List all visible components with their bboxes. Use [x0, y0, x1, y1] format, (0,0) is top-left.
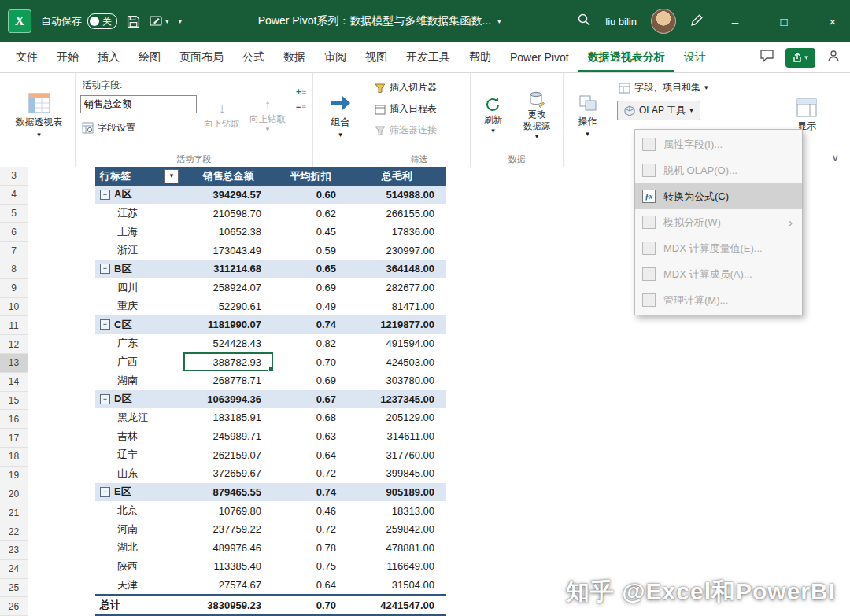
row-header-20[interactable]: 20: [0, 485, 28, 504]
pivot-row-label[interactable]: 河南: [95, 520, 183, 539]
pivot-row-label[interactable]: 江苏: [95, 204, 183, 223]
row-header-11[interactable]: 11: [0, 316, 28, 335]
pivot-cell[interactable]: 0.78: [273, 539, 348, 558]
autosave-toggle[interactable]: 自动保存 关: [41, 13, 117, 29]
row-header-15[interactable]: 15: [0, 392, 28, 411]
insert-timeline-button[interactable]: 插入日程表: [373, 100, 438, 118]
pivot-cell[interactable]: 0.72: [273, 464, 348, 483]
row-header-18[interactable]: 18: [0, 448, 28, 467]
tab-页面布局[interactable]: 页面布局: [170, 42, 233, 72]
row-header-14[interactable]: 14: [0, 373, 28, 392]
tab-审阅[interactable]: 审阅: [315, 42, 356, 72]
expand-field-button[interactable]: + ≡: [294, 85, 307, 98]
pivot-cell[interactable]: 0.69: [273, 371, 348, 390]
pivot-cell[interactable]: 183185.91: [183, 408, 273, 427]
pivot-cell[interactable]: 205129.00: [348, 408, 446, 427]
pivot-row-label[interactable]: 上海: [95, 223, 183, 242]
pivot-cell[interactable]: 0.65: [273, 260, 348, 278]
pivot-cell[interactable]: 399845.00: [348, 464, 446, 483]
row-header-21[interactable]: 21: [0, 503, 28, 522]
pivot-cell[interactable]: 491594.00: [348, 334, 446, 353]
pivot-row-label[interactable]: −E区: [95, 483, 183, 502]
pivot-row-label[interactable]: 吉林: [95, 427, 183, 446]
row-header-13[interactable]: 13: [0, 354, 28, 373]
row-header-8[interactable]: 8: [0, 260, 28, 279]
tab-开发工具[interactable]: 开发工具: [397, 42, 460, 72]
pivot-cell[interactable]: 0.64: [273, 445, 348, 464]
active-field-input[interactable]: [80, 95, 197, 113]
row-header-19[interactable]: 19: [0, 467, 28, 485]
pivot-cell[interactable]: 0.46: [273, 501, 348, 520]
pivot-cell[interactable]: 0.64: [273, 576, 348, 595]
tab-Power Pivot[interactable]: Power Pivot: [501, 42, 578, 72]
pivot-cell[interactable]: 210598.70: [183, 204, 273, 223]
pivot-cell[interactable]: 317760.00: [348, 445, 446, 464]
pivot-row-label[interactable]: −A区: [95, 186, 183, 205]
pivot-cell[interactable]: 311214.68: [183, 260, 273, 278]
comments-icon[interactable]: [759, 49, 774, 66]
pivot-cell[interactable]: 1063994.36: [183, 390, 273, 409]
pivot-cell[interactable]: 0.59: [273, 242, 348, 260]
tab-绘图[interactable]: 绘图: [129, 42, 170, 72]
pivot-cell[interactable]: 3830959.23: [183, 596, 273, 614]
pivottable-button[interactable]: 数据透视表 ▾: [8, 77, 70, 153]
row-header-16[interactable]: 16: [0, 410, 28, 429]
collapse-ribbon-icon[interactable]: ∨: [831, 152, 839, 164]
row-header-7[interactable]: 7: [0, 242, 28, 260]
pivot-cell[interactable]: 0.69: [273, 278, 348, 297]
row-header-4[interactable]: 4: [0, 186, 28, 205]
pivot-cell[interactable]: 905189.00: [348, 483, 446, 502]
row-header-23[interactable]: 23: [0, 541, 28, 560]
pivot-row-label[interactable]: 总计: [95, 596, 183, 614]
pivot-row-label[interactable]: 湖北: [95, 539, 183, 558]
refresh-button[interactable]: 刷新 ▾: [475, 77, 511, 153]
row-header-17[interactable]: 17: [0, 429, 28, 448]
row-header-26[interactable]: 26: [0, 597, 28, 616]
pivot-cell[interactable]: 0.74: [273, 315, 348, 334]
pivot-cell[interactable]: 262159.07: [183, 445, 273, 464]
row-header-5[interactable]: 5: [0, 205, 28, 223]
pivot-row-label[interactable]: 北京: [95, 501, 183, 520]
pivot-cell[interactable]: 424503.00: [348, 352, 446, 371]
row-header-24[interactable]: 24: [0, 560, 28, 579]
ink-pen-icon[interactable]: [690, 13, 704, 30]
pivot-row-label[interactable]: −B区: [95, 260, 183, 278]
pivot-cell[interactable]: 0.70: [273, 596, 348, 614]
row-header-22[interactable]: 22: [0, 522, 28, 541]
tab-公式[interactable]: 公式: [233, 42, 274, 72]
pivot-cell[interactable]: 1181990.07: [183, 315, 273, 334]
collapse-outline-button[interactable]: −: [100, 319, 110, 330]
pivot-cell[interactable]: 1219877.00: [348, 315, 446, 334]
pivot-row-label[interactable]: 重庆: [95, 297, 183, 315]
row-header-3[interactable]: 3: [0, 167, 28, 186]
close-button[interactable]: ×: [815, 0, 850, 42]
row-header-10[interactable]: 10: [0, 298, 28, 317]
pivot-cell[interactable]: 0.72: [273, 520, 348, 539]
maximize-button[interactable]: □: [767, 0, 801, 42]
pivot-cell[interactable]: 0.70: [273, 352, 348, 371]
pivot-cell[interactable]: 81471.00: [348, 297, 446, 315]
insert-slicer-button[interactable]: 插入切片器: [373, 79, 438, 97]
pivot-cell[interactable]: 879465.55: [183, 483, 273, 502]
pivot-row-label[interactable]: 广西: [95, 352, 183, 371]
pivot-row-label[interactable]: 陕西: [95, 557, 183, 576]
tab-数据透视表分析[interactable]: 数据透视表分析: [578, 42, 674, 72]
row-header-12[interactable]: 12: [0, 335, 28, 354]
pivot-cell[interactable]: 524428.43: [183, 334, 273, 353]
pivot-cell[interactable]: 4241547.00: [348, 596, 446, 614]
tab-设计[interactable]: 设计: [674, 42, 715, 72]
collapse-field-button[interactable]: − ≡: [294, 101, 307, 113]
pivot-cell[interactable]: 0.68: [273, 408, 348, 427]
pivot-cell[interactable]: 364148.00: [348, 260, 446, 278]
group-button[interactable]: 组合 ▾: [318, 77, 363, 153]
row-header-6[interactable]: 6: [0, 223, 28, 242]
tab-视图[interactable]: 视图: [356, 42, 397, 72]
share-button[interactable]: ▾: [785, 48, 815, 68]
pivot-cell[interactable]: 230997.00: [348, 242, 446, 260]
pivot-cell[interactable]: 514988.00: [348, 186, 446, 205]
pivot-row-label[interactable]: 浙江: [95, 242, 183, 260]
row-header-25[interactable]: 25: [0, 579, 28, 598]
people-icon[interactable]: [826, 49, 841, 66]
row-header-9[interactable]: 9: [0, 279, 28, 298]
pivot-row-label[interactable]: 广东: [95, 334, 183, 353]
